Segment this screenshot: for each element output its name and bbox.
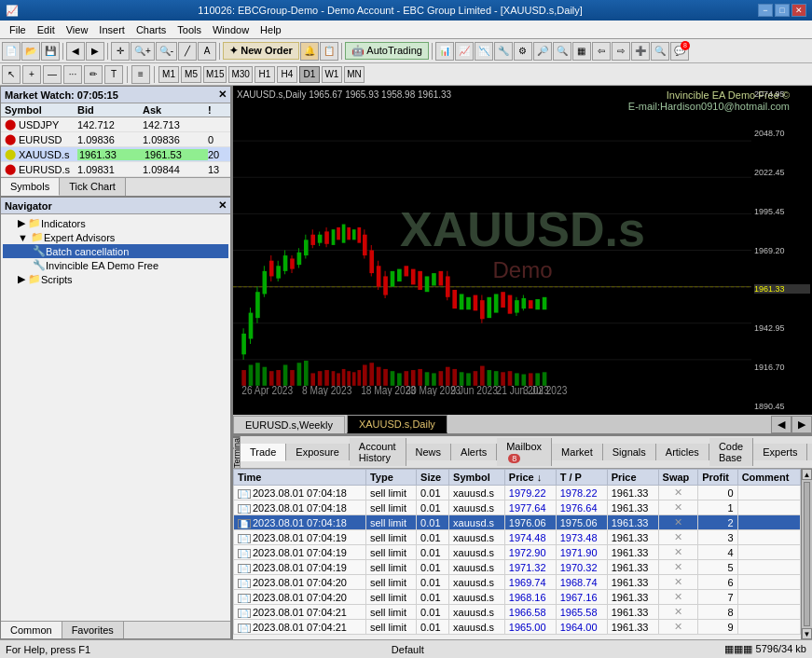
indicator1[interactable]: 📊 [435, 42, 454, 61]
indicator4[interactable]: 🔧 [494, 42, 513, 61]
line-tool[interactable]: ╱ [178, 42, 197, 61]
back-button[interactable]: ◀ [66, 42, 85, 61]
term-tab-exposure[interactable]: Exposure [286, 444, 349, 460]
close-button[interactable]: ✕ [791, 4, 806, 17]
indicator3[interactable]: 📉 [475, 42, 493, 61]
chart-tab-prev[interactable]: ◀ [771, 416, 791, 433]
chart-tab-xauusd-daily[interactable]: XAUUSD.s,Daily [347, 415, 447, 433]
open-button[interactable]: 📂 [21, 42, 40, 61]
table-row[interactable]: 📄2023.08.01 07:04:21 sell limit 0.01 xau… [234, 605, 801, 620]
trade-table-container[interactable]: Time Type Size Symbol Price ↓ T / P Pric… [233, 469, 801, 639]
crosshair-button[interactable]: ✛ [111, 42, 130, 61]
term-tab-alerts[interactable]: Alerts [451, 444, 497, 460]
table-row[interactable]: 📄2023.08.01 07:04:20 sell limit 0.01 xau… [234, 575, 801, 590]
autotrade-button[interactable]: 🤖 AutoTrading [345, 42, 429, 60]
search-button[interactable]: 🔍 [651, 42, 669, 61]
indicator5[interactable]: ⚙ [514, 42, 532, 61]
table-row[interactable]: 📄2023.08.01 07:04:19 sell limit 0.01 xau… [234, 545, 801, 560]
terminal-side-label[interactable]: Terminal [233, 436, 241, 468]
term-tab-news[interactable]: News [406, 444, 452, 460]
line-tool-2[interactable]: — [43, 65, 62, 84]
chart-tool[interactable]: ▦ [572, 42, 591, 61]
chart-tab-eurusd-weekly[interactable]: EURUSD.s,Weekly [233, 416, 345, 433]
dotted-line[interactable]: ··· [63, 65, 82, 84]
tf-m1[interactable]: M1 [158, 66, 179, 83]
nav-tab-common[interactable]: Common [1, 622, 62, 638]
nav-item-indicators[interactable]: ▶ 📁 Indicators [3, 216, 228, 230]
tf-m30[interactable]: M30 [228, 66, 252, 83]
term-tab-trade[interactable]: Trade [241, 444, 286, 461]
mw-row-usdjpy[interactable]: ⬤USDJPY 142.712 142.713 [1, 117, 230, 132]
tab-symbols[interactable]: Symbols [1, 178, 60, 196]
menu-charts[interactable]: Charts [131, 22, 172, 37]
chart-tab-next[interactable]: ▶ [791, 416, 812, 433]
table-row[interactable]: 📄2023.08.01 07:04:18 sell limit 0.01 xau… [234, 515, 801, 530]
add-indicator[interactable]: ➕ [631, 42, 650, 61]
tf-w1[interactable]: W1 [322, 66, 342, 83]
table-row[interactable]: 📄2023.08.01 07:04:18 sell limit 0.01 xau… [234, 486, 801, 500]
arrow-left[interactable]: ⇦ [592, 42, 611, 61]
draw-tool[interactable]: ✏ [84, 65, 103, 84]
forward-button[interactable]: ▶ [86, 42, 104, 61]
term-tab-articles[interactable]: Articles [656, 444, 709, 460]
term-tab-market[interactable]: Market [552, 444, 603, 460]
cursor-tool[interactable]: ↖ [2, 65, 21, 84]
indicator2[interactable]: 📈 [455, 42, 474, 61]
term-tab-account-history[interactable]: Account History [350, 438, 406, 466]
term-tab-code-base[interactable]: Code Base [709, 438, 753, 466]
table-row[interactable]: 📄2023.08.01 07:04:18 sell limit 0.01 xau… [234, 500, 801, 515]
chart-area[interactable]: XAUUSD.s,Daily 1965.67 1965.93 1958.98 1… [233, 86, 812, 415]
table-row[interactable]: 📄2023.08.01 07:04:20 sell limit 0.01 xau… [234, 590, 801, 605]
chat-button[interactable]: 💬 8 [670, 42, 689, 61]
term-tab-mailbox[interactable]: Mailbox 8 [497, 438, 552, 466]
table-row[interactable]: 📄2023.08.01 07:04:19 sell limit 0.01 xau… [234, 530, 801, 545]
tf-m15[interactable]: M15 [203, 66, 227, 83]
menu-file[interactable]: File [4, 22, 32, 37]
zoom-in-button[interactable]: 🔍+ [131, 42, 155, 61]
arrow-right[interactable]: ⇨ [612, 42, 630, 61]
tf-m5[interactable]: M5 [181, 66, 201, 83]
table-row[interactable]: 📄2023.08.01 07:04:19 sell limit 0.01 xau… [234, 560, 801, 575]
period-tool[interactable]: ≡ [131, 65, 150, 84]
mw-row-eurusd-s[interactable]: ⬤EURUSD.s 1.09831 1.09844 13 [1, 162, 230, 177]
mw-row-xauusd[interactable]: ⬤XAUUSD.s 1961.33 1961.53 20 [1, 147, 230, 162]
nav-item-scripts[interactable]: ▶ 📁 Scripts [3, 272, 228, 286]
term-tab-experts[interactable]: Experts [753, 444, 807, 460]
text-tool-2[interactable]: T [104, 65, 123, 84]
zoom-1[interactable]: 🔎 [533, 42, 552, 61]
tab-tick-chart[interactable]: Tick Chart [60, 178, 126, 196]
menu-tools[interactable]: Tools [172, 22, 207, 37]
maximize-button[interactable]: □ [775, 4, 790, 17]
menu-insert[interactable]: Insert [93, 22, 131, 37]
nav-item-invincible-ea[interactable]: 🔧 Invincible EA Demo Free [3, 258, 228, 272]
zoom-out-button[interactable]: 🔍- [156, 42, 177, 61]
history-button[interactable]: 📋 [320, 42, 338, 61]
nav-item-batch-cancellation[interactable]: 🔧 Batch cancellation [3, 244, 228, 258]
menu-window[interactable]: Window [207, 22, 255, 37]
market-watch-close[interactable]: ✕ [218, 89, 227, 101]
crosshair-tool[interactable]: + [22, 65, 41, 84]
scroll-up[interactable]: ▲ [802, 469, 812, 480]
mw-row-eurusd[interactable]: ⬤EURUSD 1.09836 1.09836 0 [1, 132, 230, 147]
scroll-down[interactable]: ▼ [802, 628, 812, 639]
minimize-button[interactable]: − [758, 4, 773, 17]
zoom-2[interactable]: 🔍 [553, 42, 571, 61]
new-chart-button[interactable]: 📄 [2, 42, 21, 61]
menu-help[interactable]: Help [255, 22, 287, 37]
tf-h4[interactable]: H4 [277, 66, 297, 83]
menu-view[interactable]: View [61, 22, 94, 37]
nav-tab-favorites[interactable]: Favorites [62, 622, 124, 638]
terminal-scrollbar[interactable]: ▲ ▼ [801, 469, 812, 639]
text-tool[interactable]: A [198, 42, 216, 61]
term-tab-signals[interactable]: Signals [603, 444, 656, 460]
nav-item-expert-advisors[interactable]: ▼ 📁 Expert Advisors [3, 230, 228, 244]
menu-edit[interactable]: Edit [32, 22, 61, 37]
tf-h1[interactable]: H1 [255, 66, 275, 83]
tf-d1[interactable]: D1 [299, 66, 320, 83]
table-row[interactable]: 📄2023.08.01 07:04:21 sell limit 0.01 xau… [234, 620, 801, 635]
term-tab-journal[interactable]: Journal [807, 444, 812, 460]
order-icon[interactable]: 🔔 [300, 42, 319, 61]
new-order-button[interactable]: ✦ New Order [223, 42, 299, 60]
scroll-thumb[interactable] [804, 482, 810, 626]
save-button[interactable]: 💾 [41, 42, 60, 61]
